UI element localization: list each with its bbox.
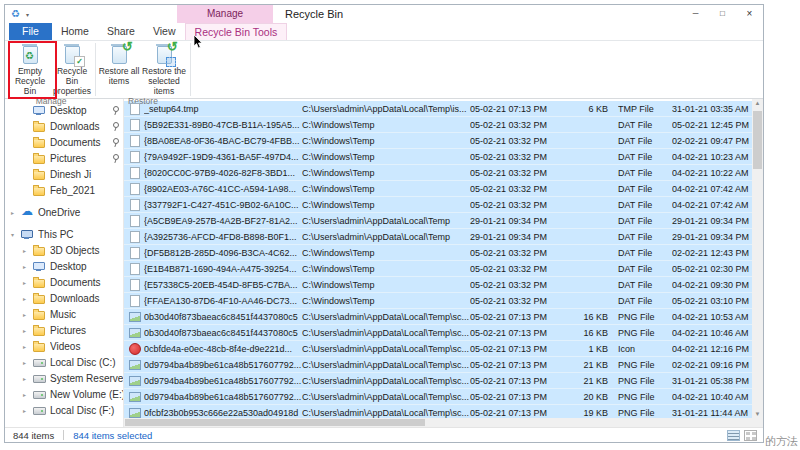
restore-all-items-button[interactable]: ↺ Restore all items [98, 41, 140, 96]
file-row[interactable]: {FFAEA130-87D6-4F10-AA46-DC73...C:\Windo… [124, 293, 752, 309]
restore-selected-items-button[interactable]: ↺ Restore the selected items [140, 41, 188, 96]
chevron-right-icon[interactable]: ▸ [23, 247, 33, 254]
file-row[interactable]: {8020CC0C-97B9-4026-82F8-3BD1...C:\Windo… [124, 165, 752, 181]
image-icon [128, 325, 142, 340]
file-row[interactable]: 0d9794ba4b89be61ca48b517607792...C:\User… [124, 357, 752, 373]
file-type: DAT File [618, 200, 672, 210]
sidebar-item-videos[interactable]: ▸Videos [5, 338, 123, 354]
file-type: PNG File [618, 312, 672, 322]
file-row[interactable]: _setup64.tmpC:\Users\admin\AppData\Local… [124, 101, 752, 117]
file-row[interactable]: 0cbfde4a-e0ec-48cb-8f4e-d9e221d...C:\Use… [124, 341, 752, 357]
tab-view[interactable]: View [144, 23, 185, 40]
file-row[interactable]: 0b30d40f873baeac6c8451f4437080c5C:\Users… [124, 325, 752, 341]
file-name: {8020CC0C-97B9-4026-82F8-3BD1... [144, 168, 302, 178]
sidebar-item-downloads[interactable]: Downloads [5, 118, 123, 134]
close-button[interactable]: × [736, 5, 763, 23]
vertical-scrollbar-thumb[interactable] [753, 111, 762, 169]
chevron-down-icon[interactable]: ▾ [11, 231, 21, 238]
chevron-right-icon[interactable]: ▸ [23, 327, 33, 334]
empty-recycle-bin-button[interactable]: ♻ Empty Recycle Bin [9, 41, 51, 96]
file-list: _setup64.tmpC:\Users\admin\AppData\Local… [124, 99, 752, 418]
sidebar-item-3d-objects[interactable]: ▸3D Objects [5, 242, 123, 258]
chevron-right-icon[interactable]: ▸ [23, 407, 33, 414]
chevron-right-icon[interactable]: ▸ [23, 311, 33, 318]
sidebar-item-downloads[interactable]: ▸Downloads [5, 290, 123, 306]
chevron-right-icon[interactable]: ▸ [23, 295, 33, 302]
sidebar-item-new-volume-e[interactable]: ▸New Volume (E:) [5, 386, 123, 402]
file-row[interactable]: {E1B4B871-1690-494A-A475-39254...C:\Wind… [124, 261, 752, 277]
quick-access-toolbar-arrow-icon[interactable]: ▾ [26, 11, 29, 18]
file-icon [128, 213, 142, 228]
file-row[interactable]: 0b30d40f873baeac6c8451f4437080c5C:\Users… [124, 309, 752, 325]
file-name: {A5CB9EA9-257B-4A2B-BF27-81A2... [144, 216, 302, 226]
file-row[interactable]: {A5CB9EA9-257B-4A2B-BF27-81A2...C:\Users… [124, 213, 752, 229]
chevron-right-icon[interactable]: ▸ [23, 343, 33, 350]
file-row[interactable]: 0d9794ba4b89be61ca48b517607792...C:\User… [124, 373, 752, 389]
sidebar-item-pictures[interactable]: ▸Pictures [5, 322, 123, 338]
maximize-button[interactable]: □ [709, 5, 736, 23]
chevron-right-icon[interactable]: ▸ [23, 279, 33, 286]
minimize-button[interactable]: ─ [682, 5, 709, 23]
scroll-down-icon[interactable]: ▼ [752, 411, 763, 417]
file-row[interactable]: {E57338C5-20EB-454D-8FB5-C7BA...C:\Windo… [124, 277, 752, 293]
sidebar-item-music[interactable]: ▸Music [5, 306, 123, 322]
file-deleted: 05-02-21 03:32 PM [470, 168, 570, 178]
sidebar-item-onedrive[interactable]: ▸OneDrive [5, 204, 123, 220]
recycle-bin-properties-button[interactable]: ✓ Recycle Bin properties [51, 41, 93, 96]
file-row[interactable]: {337792F1-C427-451C-9B02-6A10C...C:\Wind… [124, 197, 752, 213]
file-modified: 04-02-21 09:30 PM [672, 280, 752, 290]
details-view-button[interactable] [727, 430, 740, 441]
sidebar-item-local-disc-c[interactable]: ▸Local Disc (C:) [5, 354, 123, 370]
sidebar-item-local-disc-f[interactable]: ▸Local Disc (F:) [5, 402, 123, 418]
pin-icon [111, 121, 119, 132]
tab-share[interactable]: Share [98, 23, 144, 40]
file-type: Icon [618, 344, 672, 354]
sidebar-item-label: Documents [50, 277, 123, 288]
vertical-scrollbar[interactable]: ▲ ▼ [752, 99, 763, 418]
sidebar-item-system-reserved[interactable]: ▸System Reserved [5, 370, 123, 386]
file-icon [128, 165, 142, 180]
tab-recycle-bin-tools[interactable]: Recycle Bin Tools [185, 23, 288, 40]
sidebar-item-desktop[interactable]: ▸Desktop [5, 258, 123, 274]
file-pane: _setup64.tmpC:\Users\admin\AppData\Local… [123, 99, 763, 427]
chevron-right-icon[interactable]: ▸ [11, 209, 21, 216]
file-modified: 31-01-21 03:35 AM [672, 104, 752, 114]
folder-icon [33, 308, 47, 320]
sidebar-item-pictures[interactable]: Pictures [5, 150, 123, 166]
file-row[interactable]: 0fcbf23b0b953c666e22a530ad04918dC:\Users… [124, 405, 752, 418]
sidebar-item-this-pc[interactable]: ▾This PC [5, 226, 123, 242]
file-row[interactable]: {5B92E331-89B0-47CB-B11A-195A5...C:\Wind… [124, 117, 752, 133]
file-row[interactable]: {8902AE03-A76C-41CC-A594-1A98...C:\Windo… [124, 181, 752, 197]
large-icons-view-button[interactable] [744, 430, 757, 441]
folder-icon [33, 340, 47, 352]
horizontal-scrollbar[interactable] [124, 418, 763, 427]
file-row[interactable]: 0d9794ba4b89be61ca48b517607792...C:\User… [124, 389, 752, 405]
file-location: C:\Windows\Temp [302, 200, 470, 210]
file-icon [128, 277, 142, 292]
file-name: 0b30d40f873baeac6c8451f4437080c5 [144, 312, 302, 322]
sidebar-item-feb-2021[interactable]: Feb_2021 [5, 182, 123, 198]
chevron-right-icon[interactable]: ▸ [23, 263, 33, 270]
horizontal-scrollbar-thumb[interactable] [125, 419, 425, 426]
chevron-right-icon[interactable]: ▸ [23, 375, 33, 382]
scroll-up-icon[interactable]: ▲ [752, 100, 763, 106]
sidebar-item-label: This PC [38, 229, 123, 240]
sidebar-item-dinesh-ji[interactable]: Dinesh Ji [5, 166, 123, 182]
sidebar-item-documents[interactable]: ▸Documents [5, 274, 123, 290]
pc-icon [21, 228, 35, 240]
chevron-right-icon[interactable]: ▸ [23, 391, 33, 398]
file-icon [128, 197, 142, 212]
file-row[interactable]: {A3925736-AFCD-4FD8-B898-B0F1...C:\Users… [124, 229, 752, 245]
file-modified: 31-01-21 11:44 AM [672, 408, 752, 418]
tab-home[interactable]: Home [52, 23, 98, 40]
sidebar-item-documents[interactable]: Documents [5, 134, 123, 150]
file-row[interactable]: {DF5B812B-285D-4096-B3CA-4C62...C:\Windo… [124, 245, 752, 261]
chevron-right-icon[interactable]: ▸ [23, 359, 33, 366]
tab-file[interactable]: File [9, 23, 52, 40]
file-location: C:\Users\admin\AppData\Local\Temp [302, 216, 470, 226]
file-row[interactable]: {79A9492F-19D9-4361-BA5F-497D4...C:\Wind… [124, 149, 752, 165]
file-location: C:\Windows\Temp [302, 248, 470, 258]
sidebar-item-label: Local Disc (C:) [50, 357, 123, 368]
file-row[interactable]: {8BA08EA8-0F36-4BAC-BC79-4FBB...C:\Windo… [124, 133, 752, 149]
file-icon [128, 149, 142, 164]
